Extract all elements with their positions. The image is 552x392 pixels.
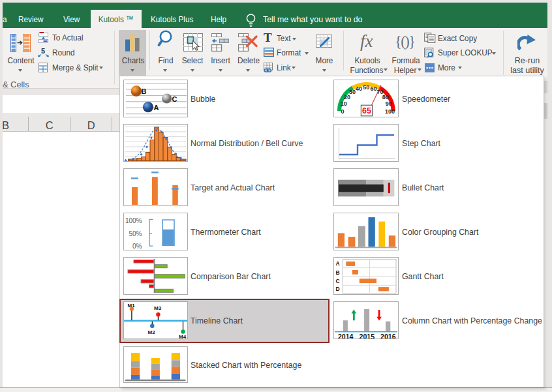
svg-text:2015: 2015 bbox=[360, 333, 375, 339]
svg-text:5: 5 bbox=[41, 47, 45, 55]
svg-text:C: C bbox=[172, 95, 177, 103]
svg-text:40: 40 bbox=[356, 85, 362, 92]
svg-text:B: B bbox=[336, 269, 340, 276]
svg-text:80: 80 bbox=[382, 94, 389, 100]
svg-text:10: 10 bbox=[341, 100, 347, 107]
svg-text:50: 50 bbox=[363, 84, 369, 91]
svg-text:100: 100 bbox=[385, 108, 395, 115]
svg-text:2016: 2016 bbox=[380, 333, 396, 339]
svg-text:M2: M2 bbox=[148, 329, 156, 335]
svg-text:M4: M4 bbox=[179, 334, 187, 339]
svg-text:90: 90 bbox=[386, 100, 392, 107]
svg-text:2014: 2014 bbox=[338, 333, 354, 339]
svg-text:100%: 100% bbox=[125, 217, 142, 224]
svg-text:C: C bbox=[336, 278, 340, 284]
svg-text:0: 0 bbox=[341, 108, 344, 115]
svg-text:30: 30 bbox=[349, 89, 356, 95]
svg-text:60: 60 bbox=[370, 85, 376, 92]
svg-text:65: 65 bbox=[362, 106, 371, 115]
svg-text:D: D bbox=[336, 286, 340, 292]
svg-text:0%: 0% bbox=[132, 243, 142, 250]
svg-text:M3: M3 bbox=[154, 305, 162, 311]
svg-text:B: B bbox=[142, 87, 147, 95]
svg-text:50%: 50% bbox=[129, 230, 142, 237]
svg-text:A: A bbox=[154, 104, 159, 112]
svg-text:M1: M1 bbox=[128, 303, 136, 309]
svg-text:A: A bbox=[336, 260, 340, 267]
